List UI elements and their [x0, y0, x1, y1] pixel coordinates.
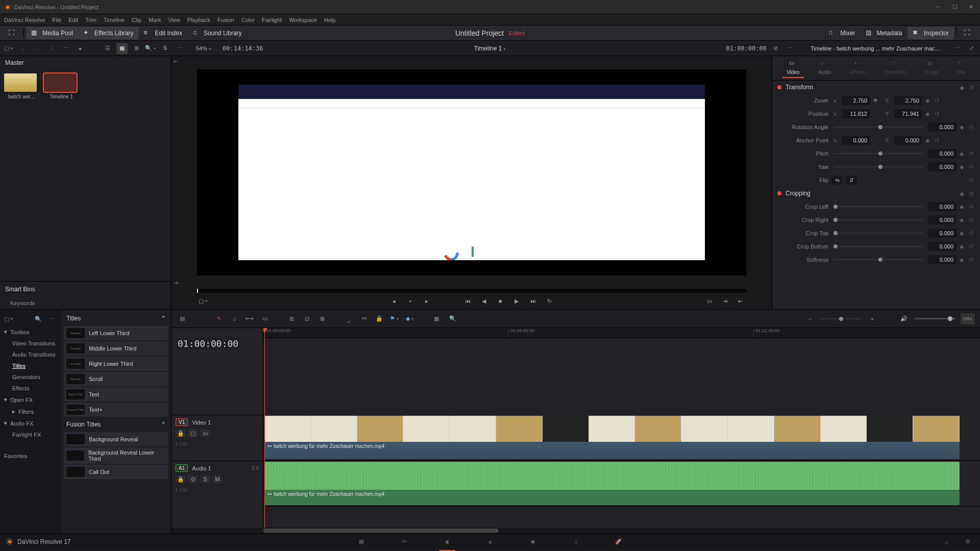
pitch-slider[interactable] [834, 153, 923, 154]
nav-back-icon[interactable]: ‹ [17, 43, 29, 54]
viewer-canvas[interactable] [197, 69, 746, 276]
sort-icon[interactable]: ⇅ [159, 43, 170, 54]
menu-fairlight[interactable]: Fairlight [262, 17, 282, 23]
disable-video-icon[interactable]: ▭ [200, 429, 210, 437]
zoom-slider[interactable] [821, 318, 862, 319]
jump-start-icon[interactable]: ⇤ [174, 58, 181, 65]
fusion-title-item[interactable]: Call Out [64, 465, 168, 479]
kf-icon[interactable]: ◆ [960, 151, 966, 157]
reset-icon[interactable]: ↺ [969, 84, 975, 90]
zoom-out-icon[interactable]: − [804, 313, 816, 324]
timeline-scrollbar[interactable] [172, 528, 980, 534]
tree-toolbox[interactable]: ▾Toolbox [0, 326, 61, 338]
crop-bottom-slider[interactable] [834, 246, 923, 247]
scrollbar-thumb[interactable] [263, 529, 498, 533]
arm-record-icon[interactable]: ⊙ [188, 475, 198, 483]
reset-icon[interactable]: ↺ [969, 217, 975, 223]
fusion-title-item[interactable]: Background Reveal Lower Third [64, 447, 168, 464]
next-frame-icon[interactable]: ⏭ [527, 295, 539, 307]
cut-page-icon[interactable]: ✂ [398, 536, 410, 548]
transform-section-header[interactable]: Transform ◆↺ [772, 81, 980, 94]
menu-mark[interactable]: Mark [149, 17, 161, 23]
nav-prev-icon[interactable]: ◂ [388, 295, 400, 307]
deliver-page-icon[interactable]: 🚀 [612, 536, 625, 548]
video-track-lane[interactable]: ⚯twitch werbung für mehr Zuschauer mache… [263, 415, 980, 461]
fairlight-page-icon[interactable]: ♫ [570, 536, 582, 548]
inspector-tab-effects[interactable]: ✦Effects [846, 58, 869, 78]
tree-effects[interactable]: Effects [0, 383, 61, 394]
yaw-input[interactable]: 0.000 [928, 162, 957, 171]
menu-workspace[interactable]: Workspace [289, 17, 317, 23]
menu-timeline[interactable]: Timeline [104, 17, 125, 23]
titles-category[interactable]: Titles⌃ [64, 312, 168, 325]
title-item[interactable]: SampleLeft Lower Third [64, 326, 168, 340]
viewer-options-icon[interactable]: ⋯ [784, 43, 795, 54]
kf-icon[interactable]: ◆ [960, 84, 966, 90]
menu-playback[interactable]: Playback [187, 17, 210, 23]
dim-button[interactable]: DIM [961, 313, 975, 324]
fusion-page-icon[interactable]: ⎈ [484, 536, 496, 548]
close-icon[interactable]: ✕ [969, 4, 976, 11]
crop-top-input[interactable]: 0.000 [928, 229, 957, 238]
solo-button[interactable]: S [200, 475, 210, 483]
reset-icon[interactable]: ↺ [969, 177, 975, 183]
title-item[interactable]: SampleRight Lower Third [64, 357, 168, 371]
home-icon[interactable]: ⌂ [940, 536, 952, 548]
reset-icon[interactable]: ↺ [969, 151, 975, 157]
timeline-view-icon[interactable]: ▤ [177, 313, 188, 324]
inspector-tab-video[interactable]: ▭Video [782, 58, 803, 78]
viewer-zoom[interactable]: 54% [196, 45, 211, 52]
inspector-tab-transition[interactable]: ▢Transition [880, 58, 911, 78]
menu-file[interactable]: File [53, 17, 62, 23]
effects-library-button[interactable]: ✦Effects Library [78, 27, 138, 39]
rotation-input[interactable]: 0.000 [928, 122, 957, 132]
strip-view-icon[interactable]: ≣ [131, 43, 142, 54]
reset-icon[interactable]: ↺ [935, 111, 941, 117]
tree-openfx[interactable]: ▾Open FX [0, 394, 61, 406]
anchor-y-input[interactable]: 0.000 [894, 136, 922, 145]
match-frame-icon[interactable]: ▭ [703, 295, 716, 307]
pitch-input[interactable]: 0.000 [928, 149, 957, 158]
list-view-icon[interactable]: ☰ [102, 43, 113, 54]
auto-select-icon[interactable]: ▢ [188, 429, 198, 437]
menu-help[interactable]: Help [324, 17, 336, 23]
fx-search-icon[interactable]: 🔍 [33, 313, 44, 324]
mute-icon[interactable]: 🔊 [898, 313, 910, 324]
play-icon[interactable]: ▶ [510, 295, 523, 307]
lock-icon[interactable]: 🔒 [374, 313, 385, 324]
tree-favorites[interactable]: Favorites [0, 450, 61, 462]
kf-icon[interactable]: ◆ [960, 164, 966, 170]
blade-tool-icon[interactable]: ▭ [259, 313, 271, 324]
playhead[interactable] [264, 328, 265, 528]
cropping-section-header[interactable]: Cropping ◆↺ [772, 187, 980, 200]
reset-icon[interactable]: ↺ [969, 257, 975, 263]
insert-icon[interactable]: ⊞ [286, 313, 297, 324]
stop-icon[interactable]: ■ [494, 295, 506, 307]
a1-badge[interactable]: A1 [176, 464, 188, 472]
media-page-icon[interactable]: ▦ [355, 536, 368, 548]
crop-left-slider[interactable] [834, 206, 923, 207]
timeline-selector[interactable]: Timeline 1 [474, 45, 506, 52]
record-icon[interactable]: ● [75, 43, 86, 54]
bin-dropdown[interactable]: ▢ [3, 43, 14, 54]
go-last-icon[interactable]: ⇥ [719, 295, 731, 307]
reset-icon[interactable]: ↺ [969, 164, 975, 170]
viewer-scrubber[interactable] [197, 289, 746, 293]
nav-next-icon[interactable]: ▸ [421, 295, 433, 307]
kf-icon[interactable]: ◆ [960, 204, 966, 210]
kf-icon[interactable]: ◆ [960, 257, 966, 263]
record-timecode[interactable]: 01:00:00:00 [726, 45, 767, 52]
anchor-x-input[interactable]: 0.000 [842, 136, 870, 145]
kf-icon[interactable]: ◆ [960, 217, 966, 223]
reset-icon[interactable]: ↺ [935, 137, 941, 143]
kf-icon[interactable]: ◆ [960, 230, 966, 236]
crop-top-slider[interactable] [834, 233, 923, 234]
softness-slider[interactable] [834, 259, 923, 260]
nav-curr-icon[interactable]: • [404, 295, 416, 307]
smart-bins-header[interactable]: Smart Bins [0, 282, 171, 297]
options-icon[interactable]: ⋯ [174, 43, 185, 54]
kf-icon[interactable]: ◆ [925, 97, 932, 104]
lock-track-icon[interactable]: 🔒 [176, 429, 186, 437]
flag-icon[interactable]: ⚑ [389, 313, 400, 324]
zoom-in-icon[interactable]: + [867, 313, 878, 324]
